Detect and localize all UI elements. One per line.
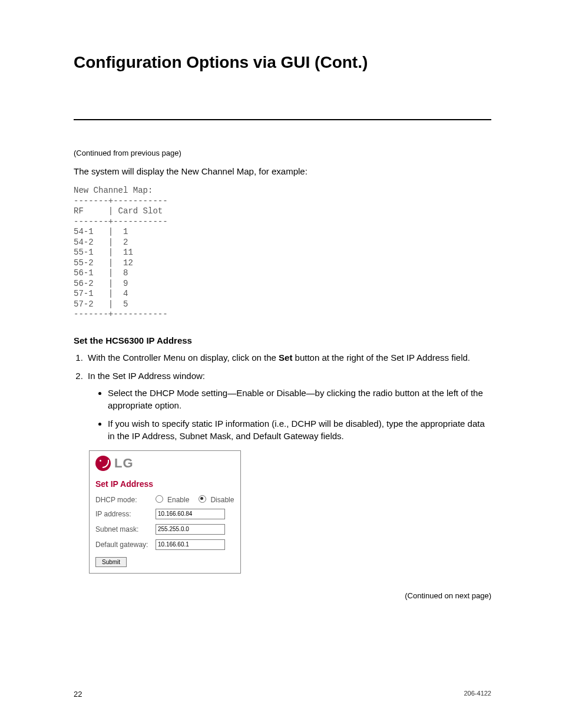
radio-disable[interactable] <box>199 495 206 503</box>
lg-face-icon <box>95 456 111 471</box>
row-default-gateway: Default gateway: <box>95 539 234 550</box>
intro-text: The system will display the New Channel … <box>74 166 491 177</box>
panel-title: Set IP Address <box>95 479 234 489</box>
label-ip-address: IP address: <box>95 510 156 518</box>
steps-list: With the Controller Menu on display, cli… <box>74 351 491 442</box>
radio-disable-label[interactable]: Disable <box>210 496 234 504</box>
footer: 22 206-4122 <box>74 690 491 699</box>
row-subnet-mask: Subnet mask: <box>95 524 234 535</box>
step-2: In the Set IP Address window: Select the… <box>85 370 491 442</box>
radio-enable[interactable] <box>156 495 163 503</box>
step-1-post: button at the right of the Set IP Addres… <box>292 353 470 363</box>
label-subnet-mask: Subnet mask: <box>95 525 156 533</box>
label-default-gateway: Default gateway: <box>95 541 156 549</box>
step-2-bullets: Select the DHCP Mode setting—Enable or D… <box>88 387 491 442</box>
radio-enable-label[interactable]: Enable <box>167 496 189 504</box>
input-default-gateway[interactable] <box>156 539 225 550</box>
divider <box>74 119 491 120</box>
input-ip-address[interactable] <box>156 509 225 519</box>
set-ip-address-panel: LG Set IP Address DHCP mode: Enable Disa… <box>89 450 241 574</box>
document-number: 206-4122 <box>464 690 492 699</box>
step-1-bold: Set <box>279 353 292 363</box>
input-subnet-mask[interactable] <box>156 524 225 535</box>
lg-logo: LG <box>95 456 234 471</box>
channel-map-block: New Channel Map: -------+----------- RF … <box>74 186 491 320</box>
row-ip-address: IP address: <box>95 509 234 519</box>
continued-from-previous: (Continued from previous page) <box>74 149 491 157</box>
bullet-dhcp-mode: Select the DHCP Mode setting—Enable or D… <box>108 387 491 411</box>
continued-on-next: (Continued on next page) <box>74 591 491 600</box>
submit-button[interactable]: Submit <box>95 557 127 567</box>
page-number: 22 <box>74 690 82 699</box>
bullet-static-ip: If you wish to specify static IP informa… <box>108 417 491 442</box>
step-1-pre: With the Controller Menu on display, cli… <box>88 353 279 363</box>
step-2-text: In the Set IP Address window: <box>88 371 205 381</box>
step-1: With the Controller Menu on display, cli… <box>85 351 491 364</box>
page-title: Configuration Options via GUI (Cont.) <box>74 53 491 72</box>
label-dhcp-mode: DHCP mode: <box>95 496 156 504</box>
row-dhcp-mode: DHCP mode: Enable Disable <box>95 496 234 504</box>
lg-brand-text: LG <box>114 456 134 471</box>
section-heading-set-ip: Set the HCS6300 IP Address <box>74 335 491 345</box>
